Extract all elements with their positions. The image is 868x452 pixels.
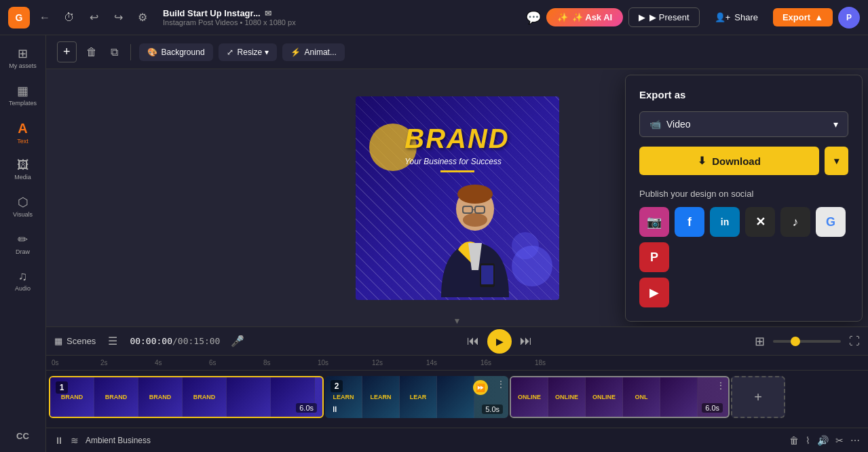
- left-sidebar: ⊞ My assets ▦ Templates A Text 🖼 Media ⬡…: [0, 35, 46, 452]
- add-clip-button[interactable]: +: [731, 376, 785, 418]
- time-total: 00:15:00: [178, 336, 221, 346]
- svg-point-5: [457, 185, 493, 204]
- audio-wave-button[interactable]: ≋: [71, 435, 79, 446]
- download-icon: ⬇: [698, 155, 706, 167]
- clip-number-1: 1: [56, 381, 68, 394]
- pinterest-button[interactable]: P: [639, 242, 669, 272]
- audio-more-button[interactable]: ⋯: [850, 435, 860, 446]
- instagram-button[interactable]: 📷: [639, 207, 669, 237]
- add-element-button[interactable]: +: [57, 41, 77, 62]
- zoom-slider[interactable]: [773, 340, 841, 343]
- history-button[interactable]: ⏱: [60, 8, 79, 27]
- publish-title: Publish your design on social: [639, 189, 848, 199]
- linkedin-button[interactable]: in: [710, 207, 740, 237]
- sidebar-item-media[interactable]: 🖼 Media: [3, 153, 43, 187]
- back-button[interactable]: ←: [35, 8, 54, 27]
- clip-thumb: LEAR: [400, 376, 437, 418]
- clip-thumb: ONLINE: [511, 377, 548, 417]
- audio-volume-button[interactable]: 🔊: [817, 435, 829, 446]
- document-title: Build Start Up Instagr... ✉ Instagram Po…: [163, 8, 296, 26]
- canvas-container[interactable]: BRAND Your Business for Success: [46, 69, 868, 326]
- download-button[interactable]: ⬇ Download: [639, 147, 819, 175]
- main-layout: ⊞ My assets ▦ Templates A Text 🖼 Media ⬡…: [0, 35, 868, 452]
- youtube-button[interactable]: ▶: [639, 278, 669, 307]
- delete-element-button[interactable]: 🗑: [82, 42, 101, 62]
- clip-fast-forward[interactable]: ⏩: [473, 380, 488, 395]
- google-icon: G: [826, 215, 835, 229]
- resize-button[interactable]: ⤢ Resize ▾: [219, 43, 277, 61]
- rewind-button[interactable]: ⏮: [467, 334, 479, 348]
- sidebar-item-my-assets[interactable]: ⊞ My assets: [3, 41, 43, 75]
- present-button[interactable]: ▶ ▶ Present: [628, 7, 699, 27]
- clip-duration-3: 6.0s: [702, 403, 723, 413]
- animate-button[interactable]: ⚡ Animat...: [282, 43, 345, 61]
- clip-thumb: [437, 376, 474, 418]
- timeline-clip-2[interactable]: LEARN LEARN LEAR 2 ⏸ 5.0s: [325, 376, 508, 418]
- audio-delete-button[interactable]: 🗑: [789, 435, 799, 446]
- clip-thumb: LEARN: [362, 376, 400, 418]
- audio-scissors-button[interactable]: ✂: [835, 435, 844, 446]
- export-panel: Export as 📹 Video ▾ ⬇ Download: [625, 75, 863, 322]
- animate-icon: ⚡: [290, 48, 301, 57]
- tiktok-button[interactable]: ♪: [780, 207, 810, 237]
- ruler-tick-2: 2s: [100, 359, 108, 366]
- text-icon: A: [18, 121, 27, 136]
- sidebar-item-draw[interactable]: ✏ Draw: [3, 227, 43, 261]
- scenes-menu-button[interactable]: ☰: [104, 331, 121, 352]
- scenes-button[interactable]: ▦ Scenes: [54, 336, 96, 346]
- clip-duration-2: 5.0s: [482, 404, 503, 414]
- captions-icon: CC: [16, 431, 29, 441]
- chat-button[interactable]: 💬: [526, 10, 541, 25]
- settings-button[interactable]: ⚙: [133, 8, 152, 27]
- linkedin-icon: in: [721, 216, 729, 227]
- ruler-tick-6: 6s: [209, 359, 216, 366]
- time-current: 00:00:00: [130, 336, 172, 346]
- copy-element-button[interactable]: ⧉: [107, 42, 122, 62]
- audio-label: Ambient Business: [86, 436, 151, 445]
- background-button[interactable]: 🎨 Background: [139, 43, 213, 61]
- sidebar-item-templates[interactable]: ▦ Templates: [3, 78, 43, 113]
- draw-icon: ✏: [18, 232, 28, 247]
- fullscreen-button[interactable]: ⛶: [849, 335, 860, 347]
- download-row: ⬇ Download ▾: [639, 147, 848, 175]
- ask-ai-button[interactable]: ✨ ✨ Ask AI: [546, 8, 623, 26]
- sidebar-item-text[interactable]: A Text: [3, 115, 43, 151]
- audio-pause-button[interactable]: ⏸: [54, 435, 64, 446]
- chevron-down-icon-2: ▾: [834, 155, 839, 166]
- view-grid-button[interactable]: ⊞: [755, 334, 765, 349]
- timeline-clip-1[interactable]: BRAND BRAND BRAND BRAND: [49, 376, 324, 418]
- sidebar-item-audio[interactable]: ♫ Audio: [3, 264, 43, 298]
- timeline-clip-3[interactable]: ONLINE ONLINE ONLINE ONL: [510, 376, 730, 418]
- fast-forward-button[interactable]: ⏭: [520, 334, 532, 348]
- download-options-button[interactable]: ▾: [825, 147, 848, 175]
- timeline-tracks[interactable]: BRAND BRAND BRAND BRAND: [46, 371, 868, 428]
- google-button[interactable]: G: [816, 207, 846, 237]
- sparkle-icon: ✨: [557, 12, 568, 22]
- ask-ai-label: ✨ Ask AI: [572, 12, 612, 22]
- facebook-button[interactable]: f: [675, 207, 704, 237]
- microphone-button[interactable]: 🎤: [231, 335, 244, 347]
- present-label: ▶ Present: [649, 12, 689, 22]
- canvas-preview[interactable]: BRAND Your Business for Success: [356, 96, 559, 300]
- sidebar-item-captions[interactable]: CC: [3, 426, 43, 447]
- resize-icon: ⤢: [227, 48, 233, 57]
- clip-options-button-3[interactable]: ⋮: [716, 380, 725, 391]
- share-button[interactable]: 👤+ Share: [705, 8, 768, 26]
- play-controls: ⏮ ▶ ⏭: [467, 329, 532, 354]
- export-button[interactable]: Export ▲: [773, 8, 833, 26]
- audio-wave-edit-button[interactable]: ⌇: [806, 435, 810, 446]
- background-icon: 🎨: [147, 48, 157, 57]
- format-select[interactable]: 📹 Video ▾: [639, 111, 848, 137]
- sidebar-item-visuals[interactable]: ⬡ Visuals: [3, 189, 43, 224]
- redo-button[interactable]: ↪: [109, 8, 128, 27]
- sidebar-label-draw: Draw: [16, 248, 30, 256]
- plus-icon: +: [754, 390, 762, 405]
- undo-button[interactable]: ↩: [84, 8, 103, 27]
- collapse-handle[interactable]: ▼: [453, 316, 461, 326]
- sidebar-label-audio: Audio: [15, 285, 31, 293]
- twitter-button[interactable]: ✕: [745, 207, 775, 237]
- time-display: 00:00:00/00:15:00: [130, 336, 220, 346]
- topbar: G ← ⏱ ↩ ↪ ⚙ Build Start Up Instagr... ✉ …: [0, 0, 868, 35]
- play-button[interactable]: ▶: [487, 329, 512, 354]
- clip-options-button[interactable]: ⋮: [496, 379, 506, 390]
